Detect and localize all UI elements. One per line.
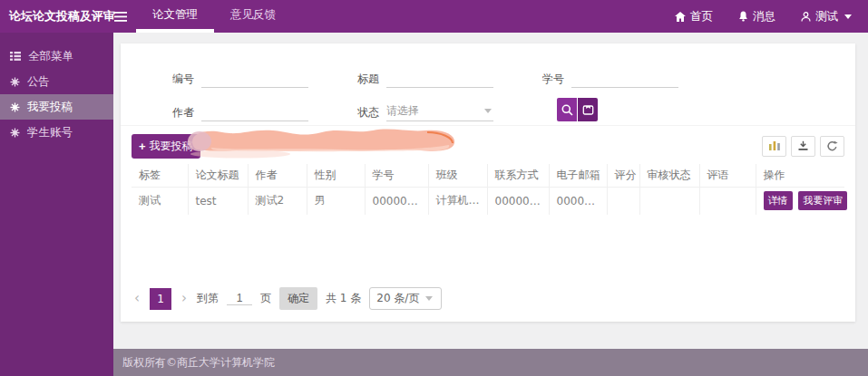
sidebar-item-all-menus[interactable]: 全部菜单 [0,43,113,69]
messages-link[interactable]: 消息 [738,9,775,24]
cell-comments [699,188,756,215]
search-button[interactable] [557,98,577,121]
cell-review-status [639,188,699,215]
cell-author: 测试2 [248,188,307,215]
tab-feedback[interactable]: 意见反馈 [214,0,292,33]
menu-toggle-icon[interactable] [107,0,134,33]
sidebar: 全部菜单 公告 我要投稿 学生账号 [0,33,113,376]
table-toolbar: + 我要投稿 [121,126,855,164]
search-icon [561,104,573,116]
table-tools [762,136,844,157]
reset-button[interactable] [578,98,598,121]
export-icon [797,140,809,151]
copyright-text: 版权所有©商丘大学计算机学院 [122,355,275,371]
home-link[interactable]: 首页 [675,9,713,24]
add-submission-button[interactable]: + 我要投稿 [132,134,200,159]
cell-gender: 男 [307,188,365,215]
cell-score [607,188,639,215]
student-no-input[interactable] [571,68,678,88]
toggle-columns-button[interactable] [762,136,786,157]
footer: 版权所有©商丘大学计算机学院 [113,349,868,376]
bell-icon [738,11,748,22]
goto-prefix-label: 到第 [197,291,219,306]
topbar: 论坛论文投稿及评审 论文管理 意见反馈 首页 消息 测试 [0,0,868,33]
student-no-label: 学号 [542,70,564,88]
gear-icon [10,128,20,138]
col-comments: 评语 [699,164,756,188]
review-button[interactable]: 我要评审 [798,191,847,210]
add-submission-label: 我要投稿 [150,139,193,154]
tab-paper-management[interactable]: 论文管理 [136,0,214,33]
cell-student-no: 00000001 [365,188,428,215]
col-student-no: 学号 [365,164,428,188]
content-card: 编号 标题 学号 作者 [121,43,855,322]
author-input[interactable] [201,101,308,121]
gear-icon [10,102,20,112]
pagination: ‹ 1 › 到第 页 确定 共 1 条 20 条/页 [132,287,442,310]
col-class: 班级 [428,164,487,188]
hamburger-icon [114,12,127,22]
field-student-no: 学号 [542,68,678,88]
col-actions: 操作 [756,164,844,188]
sidebar-item-label: 全部菜单 [28,49,73,64]
home-icon [675,12,686,22]
search-buttons [557,98,598,121]
eraser-icon [582,104,594,116]
user-menu[interactable]: 测试 [801,9,852,24]
cell-tag: 测试 [132,188,188,215]
cell-class: 计算机1班 [428,188,487,215]
sidebar-item-label: 公告 [27,74,50,90]
next-page-button[interactable]: › [180,292,189,305]
home-label: 首页 [690,9,713,24]
cell-paper-title: test [188,188,248,215]
chevron-down-icon [844,14,852,19]
col-tag: 标签 [132,164,188,188]
title-input[interactable] [386,68,493,88]
topbar-right: 首页 消息 测试 [675,0,868,33]
user-icon [801,12,811,22]
goto-confirm-button[interactable]: 确定 [279,287,317,310]
author-label: 作者 [172,103,194,121]
number-input[interactable] [201,68,308,88]
field-title: 标题 [357,68,493,88]
search-form: 编号 标题 学号 作者 [121,43,855,126]
goto-page-input[interactable] [227,292,252,305]
list-icon [10,52,21,61]
highlight-smear [184,124,463,160]
sidebar-item-student-accounts[interactable]: 学生账号 [0,120,113,145]
field-status: 状态 请选择 [357,101,493,121]
number-label: 编号 [172,70,194,88]
export-button[interactable] [791,136,815,157]
col-gender: 性别 [307,164,365,188]
col-review-status: 审核状态 [639,164,699,188]
status-select-value: 请选择 [386,103,419,119]
chevron-down-icon [425,296,433,301]
app-title: 论坛论文投稿及评审 [0,0,107,33]
field-author: 作者 [172,101,308,121]
col-author: 作者 [248,164,307,188]
prev-page-button[interactable]: ‹ [132,292,141,305]
gear-icon [10,77,20,87]
goto-suffix-label: 页 [260,291,271,306]
details-button[interactable]: 详情 [764,191,793,210]
page-size-value: 20 条/页 [376,291,419,306]
cell-actions: 详情 我要评审 [756,188,844,215]
columns-icon [768,140,781,151]
col-score: 评分 [607,164,639,188]
messages-label: 消息 [753,9,775,24]
sidebar-item-label: 我要投稿 [27,100,73,115]
status-select[interactable]: 请选择 [386,101,493,121]
page-number-button[interactable]: 1 [150,288,171,310]
table-header-row: 标签 论文标题 作者 性别 学号 班级 联系方式 电子邮箱 评分 审核状态 评语… [132,164,844,188]
status-label: 状态 [357,103,379,121]
sidebar-item-my-submission[interactable]: 我要投稿 [0,94,113,120]
sidebar-item-announcements[interactable]: 公告 [0,69,113,94]
main-content: 编号 标题 学号 作者 [113,33,868,349]
title-label: 标题 [357,70,379,88]
col-contact: 联系方式 [487,164,549,188]
refresh-icon [826,140,838,152]
refresh-button[interactable] [820,136,844,157]
page-size-select[interactable]: 20 条/页 [369,287,442,310]
user-name: 测试 [815,9,838,24]
plus-icon: + [139,140,146,152]
